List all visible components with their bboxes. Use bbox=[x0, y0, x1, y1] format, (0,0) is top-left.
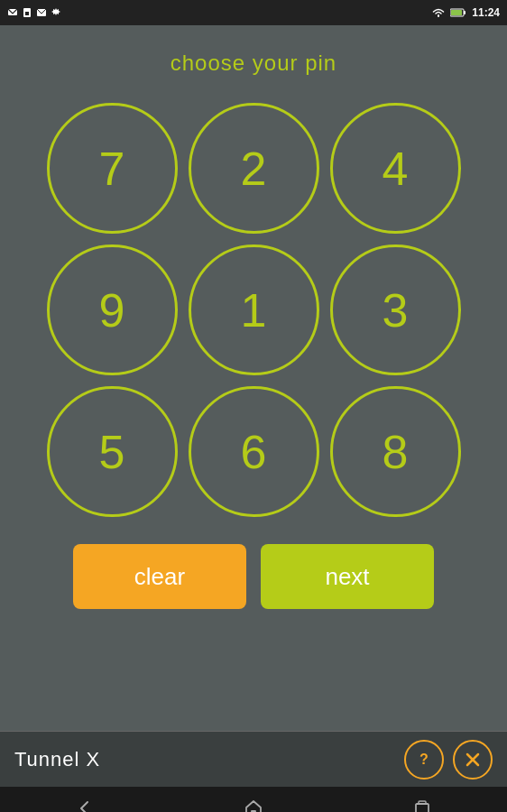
close-button[interactable] bbox=[453, 740, 493, 780]
pin-title: choose your pin bbox=[171, 51, 336, 76]
pin-button-5[interactable]: 5 bbox=[47, 386, 178, 517]
status-icons-left bbox=[7, 7, 61, 18]
svg-text:?: ? bbox=[419, 752, 429, 767]
clear-button[interactable]: clear bbox=[73, 544, 246, 609]
svg-rect-7 bbox=[451, 10, 462, 15]
action-row: clear next bbox=[73, 544, 434, 609]
home-button[interactable] bbox=[241, 796, 266, 812]
notification-icon bbox=[7, 7, 18, 18]
pin-button-1[interactable]: 1 bbox=[189, 245, 319, 375]
pin-button-6[interactable]: 6 bbox=[189, 386, 319, 517]
status-time: 11:24 bbox=[472, 6, 500, 19]
svg-marker-11 bbox=[246, 801, 261, 812]
recents-button[interactable] bbox=[410, 796, 435, 812]
pin-grid: 7 2 4 9 1 3 5 6 8 bbox=[47, 103, 461, 517]
back-button[interactable] bbox=[72, 796, 97, 812]
pin-button-9-label: 9 bbox=[99, 287, 125, 334]
next-button-label: next bbox=[325, 563, 369, 591]
main-area: choose your pin 7 2 4 9 1 3 5 6 8 bbox=[0, 25, 507, 731]
pin-button-2-label: 2 bbox=[241, 145, 267, 192]
pin-button-7[interactable]: 7 bbox=[47, 103, 178, 234]
close-icon bbox=[463, 750, 483, 770]
next-button[interactable]: next bbox=[261, 544, 434, 609]
clear-button-label: clear bbox=[134, 563, 185, 591]
pin-button-9[interactable]: 9 bbox=[47, 245, 178, 375]
pin-button-1-label: 1 bbox=[241, 287, 267, 334]
status-icons-right: 11:24 bbox=[432, 6, 500, 19]
pin-button-5-label: 5 bbox=[99, 429, 125, 475]
wifi-icon bbox=[432, 7, 445, 18]
settings-icon bbox=[51, 7, 61, 18]
svg-rect-6 bbox=[464, 11, 466, 14]
bottom-bar: Tunnel X ? bbox=[0, 731, 507, 787]
sim-icon bbox=[22, 7, 32, 18]
nav-bar bbox=[0, 787, 507, 812]
email-icon bbox=[36, 7, 47, 18]
help-button[interactable]: ? bbox=[404, 740, 444, 780]
pin-button-8-label: 8 bbox=[383, 429, 409, 475]
status-bar: 11:24 bbox=[0, 0, 507, 25]
bottom-icons: ? bbox=[404, 740, 493, 780]
pin-button-2[interactable]: 2 bbox=[189, 103, 319, 234]
pin-button-7-label: 7 bbox=[99, 145, 125, 192]
pin-button-3-label: 3 bbox=[383, 287, 409, 334]
app-name: Tunnel X bbox=[14, 748, 100, 771]
battery-icon bbox=[450, 7, 466, 18]
help-icon: ? bbox=[414, 750, 434, 770]
pin-button-3[interactable]: 3 bbox=[330, 245, 461, 375]
pin-button-4-label: 4 bbox=[383, 145, 409, 192]
svg-rect-12 bbox=[416, 804, 429, 812]
svg-rect-2 bbox=[25, 12, 29, 15]
pin-button-8[interactable]: 8 bbox=[330, 386, 461, 517]
pin-button-6-label: 6 bbox=[241, 429, 267, 475]
pin-button-4[interactable]: 4 bbox=[330, 103, 461, 234]
svg-rect-13 bbox=[419, 801, 426, 804]
